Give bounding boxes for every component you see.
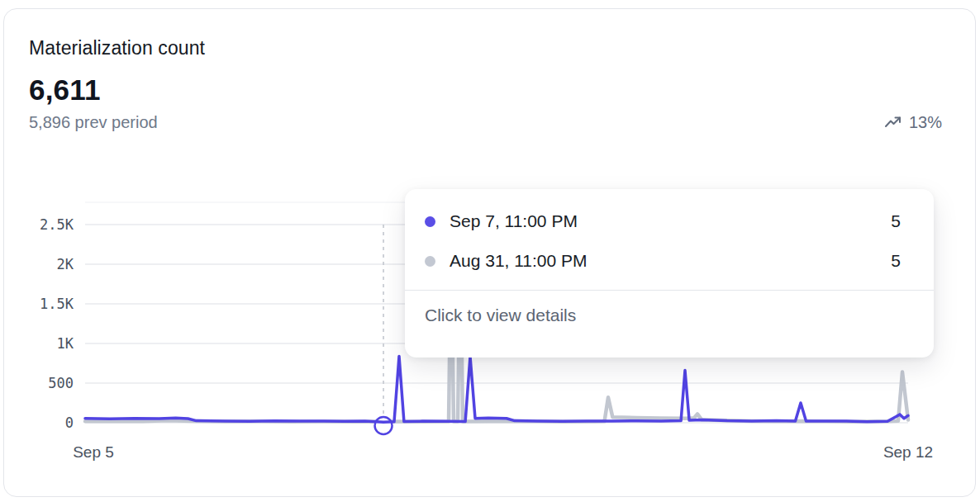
y-axis-tick-label: 2.5K [40, 216, 74, 233]
chart-tooltip: Sep 7, 11:00 PM 5 Aug 31, 11:00 PM 5 Cli… [405, 189, 934, 358]
y-axis-tick-label: 1K [57, 335, 74, 352]
metric-subrow: 5,896 prev period 13% [29, 113, 942, 132]
tooltip-row-label: Aug 31, 11:00 PM [450, 251, 891, 271]
materialization-count-card: 05001K1.5K2K2.5KSep 5Sep 12 Materializat… [3, 8, 976, 497]
y-axis-tick-label: 2K [57, 256, 74, 272]
tooltip-row-value: 5 [891, 251, 901, 271]
card-header: Materialization count 6,611 5,896 prev p… [29, 37, 942, 132]
tooltip-row-label: Sep 7, 11:00 PM [450, 211, 891, 231]
trend-up-icon [884, 115, 902, 131]
series-line [85, 356, 908, 422]
hover-point-marker [375, 417, 392, 434]
tooltip-row-value: 5 [891, 211, 901, 231]
trend-percent: 13% [909, 113, 942, 132]
x-axis-tick-label: Sep 12 [883, 443, 933, 461]
tooltip-row-current: Sep 7, 11:00 PM 5 [425, 207, 901, 235]
page-title: Materialization count [29, 37, 942, 59]
y-axis-tick-label: 500 [48, 375, 74, 391]
tooltip-row-previous: Aug 31, 11:00 PM 5 [425, 247, 901, 275]
tooltip-footer: Click to view details [425, 291, 901, 325]
y-axis-tick-label: 1.5K [40, 296, 74, 312]
y-axis-tick-label: 0 [65, 414, 74, 431]
metric-value: 6,611 [29, 73, 942, 107]
current-series-dot-icon [425, 216, 435, 227]
previous-series-dot-icon [425, 256, 435, 267]
trend-indicator: 13% [884, 113, 942, 132]
prev-period-value: 5,896 prev period [29, 113, 158, 132]
x-axis-tick-label: Sep 5 [73, 443, 114, 461]
